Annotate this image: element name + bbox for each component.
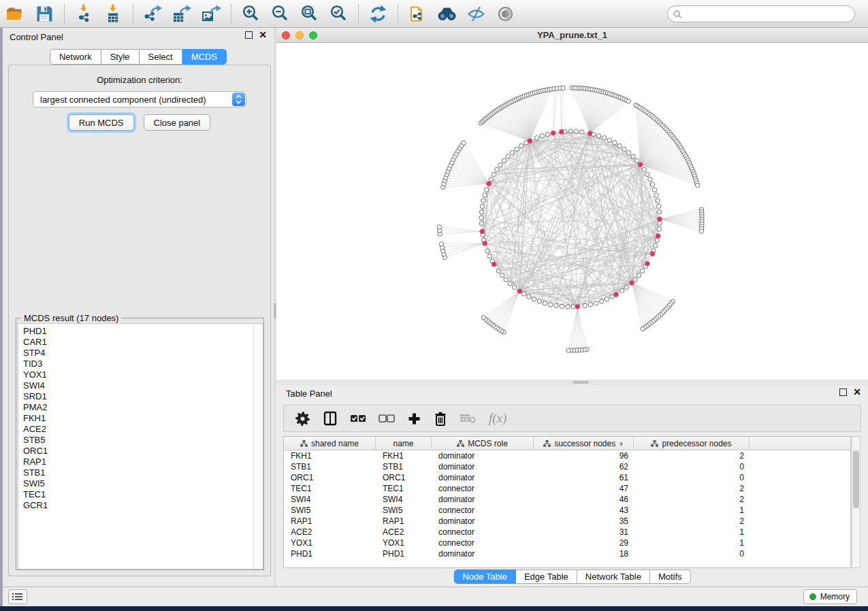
network-node[interactable] <box>479 221 483 225</box>
table-row[interactable]: ACE2ACE2connector311 <box>284 527 850 538</box>
table-scrollbar[interactable] <box>852 436 861 568</box>
mcds-result-item[interactable]: ACE2 <box>18 424 263 435</box>
cell[interactable]: SWI5 <box>376 506 432 515</box>
network-node[interactable] <box>583 303 587 308</box>
mcds-hub-node[interactable] <box>613 292 618 297</box>
network-node[interactable] <box>506 154 510 159</box>
first-neighbors-icon[interactable] <box>432 1 462 26</box>
table-row[interactable]: YOX1YOX1connector291 <box>284 538 850 548</box>
open-folder-icon[interactable] <box>1 1 30 26</box>
network-node[interactable] <box>527 295 531 299</box>
cell[interactable]: STB1 <box>284 462 376 472</box>
table-row[interactable]: SWI4SWI4dominator462 <box>284 494 850 505</box>
cell[interactable]: SWI4 <box>284 495 376 504</box>
network-node[interactable] <box>642 167 646 171</box>
leaf-node[interactable] <box>561 86 565 90</box>
table-row[interactable]: TEC1TEC1connector472 <box>284 483 850 494</box>
cell[interactable]: dominator <box>432 462 534 472</box>
tab-network[interactable]: Network <box>50 49 101 65</box>
network-node[interactable] <box>560 304 564 308</box>
close-table-panel-icon[interactable]: ✕ <box>853 389 861 396</box>
network-node[interactable] <box>617 144 622 148</box>
cell[interactable]: 2 <box>634 516 750 526</box>
column-header-shared-name[interactable]: shared name <box>284 437 376 450</box>
memory-button[interactable]: Memory <box>803 589 857 604</box>
minimize-window-icon[interactable] <box>295 31 304 39</box>
mcds-hub-node[interactable] <box>650 251 655 256</box>
cell[interactable]: connector <box>432 538 534 548</box>
hide-graphics-details-icon[interactable] <box>462 1 491 26</box>
mcds-result-item[interactable]: RAP1 <box>18 457 263 467</box>
table-row[interactable]: PHD1PHD1dominator180 <box>284 548 850 559</box>
tab-mcds[interactable]: MCDS <box>182 49 227 65</box>
cell[interactable]: connector <box>432 527 534 537</box>
network-node[interactable] <box>521 292 526 296</box>
network-node[interactable] <box>487 254 492 258</box>
network-node[interactable] <box>654 244 658 248</box>
mcds-hub-node[interactable] <box>657 216 662 221</box>
cell[interactable]: 29 <box>534 538 634 548</box>
mcds-result-item[interactable]: STP4 <box>18 348 263 359</box>
run-mcds-button[interactable]: Run MCDS <box>69 114 134 131</box>
select-all-icon[interactable] <box>350 413 366 424</box>
table-scrollbar-thumb[interactable] <box>853 450 859 508</box>
cell[interactable]: 2 <box>634 495 750 504</box>
mcds-result-item[interactable]: PHD1 <box>18 326 263 337</box>
cell[interactable]: 0 <box>634 462 750 472</box>
cell[interactable]: RAP1 <box>376 516 432 526</box>
cell[interactable]: STB1 <box>376 462 432 472</box>
zoom-selected-icon[interactable] <box>324 1 353 26</box>
network-node[interactable] <box>545 132 549 136</box>
leaf-node[interactable] <box>695 183 699 187</box>
cell[interactable]: 46 <box>534 495 634 504</box>
close-panel-button[interactable]: Close panel <box>144 114 211 131</box>
network-node[interactable] <box>637 274 641 278</box>
cell[interactable]: ORC1 <box>376 473 432 482</box>
network-node[interactable] <box>656 199 660 203</box>
network-node[interactable] <box>480 204 484 208</box>
network-node[interactable] <box>495 167 499 171</box>
cell[interactable]: 35 <box>534 516 634 526</box>
show-graphics-details-icon[interactable] <box>491 1 520 26</box>
cell[interactable]: 1 <box>634 527 750 537</box>
cell[interactable]: FKH1 <box>284 451 376 461</box>
close-panel-icon[interactable]: ✕ <box>259 31 267 39</box>
network-node[interactable] <box>588 303 592 307</box>
cell[interactable]: PHD1 <box>284 549 376 559</box>
network-node[interactable] <box>548 303 552 307</box>
network-node[interactable] <box>515 147 519 151</box>
zoom-fit-icon[interactable] <box>295 1 324 26</box>
cell[interactable]: connector <box>432 484 534 493</box>
cell[interactable]: ORC1 <box>284 473 376 482</box>
mcds-hub-node[interactable] <box>575 304 580 309</box>
network-node[interactable] <box>568 129 573 133</box>
cell[interactable]: 96 <box>534 451 634 461</box>
vertical-splitter-handle[interactable] <box>274 303 276 319</box>
leaf-node[interactable] <box>626 99 630 103</box>
cell[interactable]: dominator <box>432 516 534 526</box>
mcds-hub-node[interactable] <box>588 131 592 136</box>
table-row[interactable]: RAP1RAP1dominator352 <box>284 516 850 527</box>
horizontal-splitter[interactable] <box>276 380 868 385</box>
close-window-icon[interactable] <box>282 31 290 39</box>
network-node[interactable] <box>605 297 609 301</box>
network-node[interactable] <box>566 305 570 309</box>
network-node[interactable] <box>635 159 639 163</box>
import-table-icon[interactable] <box>99 1 128 26</box>
cell[interactable]: 47 <box>534 484 634 493</box>
export-table-icon[interactable] <box>167 1 197 26</box>
leaf-node[interactable] <box>439 242 443 246</box>
mcds-hub-node[interactable] <box>638 162 643 167</box>
leaf-node[interactable] <box>699 229 703 233</box>
apply-layout-icon[interactable] <box>364 1 393 26</box>
leaf-node[interactable] <box>437 225 441 229</box>
cell[interactable]: 31 <box>534 527 634 537</box>
cell[interactable]: PHD1 <box>376 549 432 559</box>
network-node[interactable] <box>597 134 601 138</box>
column-header-successor-nodes[interactable]: successor nodes∨ <box>534 437 634 450</box>
network-node[interactable] <box>500 274 504 278</box>
network-node[interactable] <box>641 269 645 273</box>
network-node[interactable] <box>654 193 658 197</box>
cell[interactable]: 2 <box>634 484 750 493</box>
network-node[interactable] <box>534 135 539 139</box>
